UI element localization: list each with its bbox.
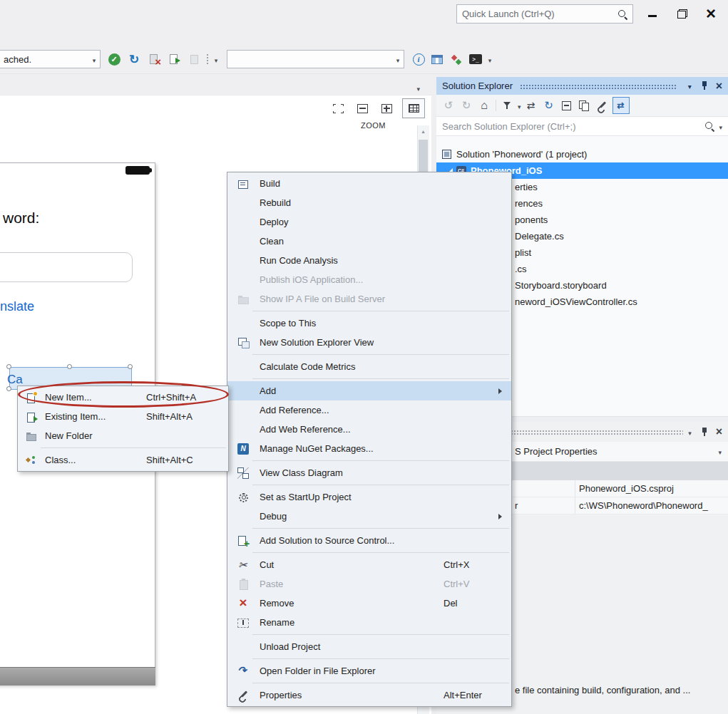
toolbar-overflow-button[interactable] bbox=[485, 51, 495, 68]
menu-separator bbox=[252, 552, 509, 553]
toolbar-overflow-button[interactable] bbox=[211, 51, 221, 68]
tree-item-label: plist bbox=[515, 247, 531, 258]
submenu-item-new-item[interactable]: New Item...Ctrl+Shift+A bbox=[18, 388, 228, 407]
pin-icon[interactable] bbox=[701, 427, 708, 438]
selection-handle[interactable] bbox=[128, 364, 133, 369]
collapse-all-icon[interactable] bbox=[562, 101, 571, 110]
menu-separator bbox=[252, 634, 509, 635]
menu-item-cut[interactable]: CutCtrl+X bbox=[227, 555, 511, 574]
sync-icon[interactable] bbox=[523, 98, 539, 113]
menu-item-add[interactable]: Add bbox=[227, 381, 511, 400]
close-icon[interactable] bbox=[716, 425, 722, 438]
pin-icon[interactable] bbox=[701, 81, 708, 91]
minimize-icon bbox=[648, 15, 657, 17]
phone-number-textfield[interactable] bbox=[0, 252, 133, 282]
menu-item-view-class-diagram[interactable]: View Class Diagram bbox=[227, 463, 511, 482]
existing-item-icon bbox=[26, 411, 37, 423]
console-button[interactable] bbox=[467, 51, 484, 68]
class-diagram-icon bbox=[237, 467, 249, 479]
scrollbar-up-icon[interactable] bbox=[417, 125, 429, 138]
menu-item-add-web-reference[interactable]: Add Web Reference... bbox=[227, 420, 511, 439]
run-check-button[interactable] bbox=[106, 51, 123, 68]
tree-item-label: ponents bbox=[515, 214, 548, 225]
menu-item-rename[interactable]: Rename bbox=[227, 613, 511, 632]
selection-handle[interactable] bbox=[6, 386, 11, 391]
menu-item-set-as-startup-project[interactable]: Set as StartUp Project bbox=[227, 487, 511, 507]
quick-launch-box[interactable]: Quick Launch (Ctrl+Q) bbox=[456, 4, 633, 24]
filter-icon[interactable] bbox=[503, 100, 513, 110]
chevron-down-icon[interactable] bbox=[719, 121, 722, 132]
menu-item-unload-project[interactable]: Unload Project bbox=[227, 637, 511, 656]
table-tool-button[interactable] bbox=[429, 51, 446, 68]
tree-item-label: erties bbox=[515, 182, 538, 192]
paste-icon bbox=[237, 579, 249, 590]
new-folder-icon bbox=[26, 430, 37, 442]
menu-item-rebuild[interactable]: Rebuild bbox=[227, 193, 511, 212]
configuration-combobox[interactable]: ached. bbox=[0, 50, 101, 68]
menu-item-open-folder-in-file-explorer[interactable]: Open Folder in File Explorer bbox=[227, 661, 511, 681]
submenu-item-existing-item[interactable]: Existing Item...Shift+Alt+A bbox=[18, 407, 228, 426]
info-button[interactable] bbox=[410, 51, 427, 68]
chevron-down-icon[interactable] bbox=[518, 100, 521, 111]
menu-item-calculate-code-metrics[interactable]: Calculate Code Metrics bbox=[227, 357, 511, 376]
menu-item-manage-nuget-packages[interactable]: Manage NuGet Packages... bbox=[227, 439, 511, 458]
solution-explorer-search[interactable]: Search Solution Explorer (Ctrl+;) bbox=[436, 117, 728, 136]
toolbar-grip bbox=[204, 51, 211, 68]
menu-item-properties[interactable]: PropertiesAlt+Enter bbox=[227, 685, 511, 705]
translate-button[interactable]: nslate bbox=[0, 299, 34, 314]
visual-studio-window: Quick Launch (Ctrl+Q) ached. ZOOM bbox=[0, 0, 728, 714]
cancel-button[interactable] bbox=[145, 51, 163, 68]
menu-item-scope-to-this[interactable]: Scope to This bbox=[227, 314, 511, 333]
menu-item-clean[interactable]: Clean bbox=[227, 232, 511, 251]
import-button[interactable] bbox=[165, 51, 183, 68]
refresh-icon[interactable] bbox=[541, 98, 557, 113]
close-button[interactable] bbox=[699, 4, 723, 23]
grid-icon bbox=[409, 104, 419, 113]
solution-explorer-titlebar: Solution Explorer bbox=[436, 77, 728, 95]
tree-item-solution[interactable]: Solution 'Phoneword' (1 project) bbox=[436, 146, 728, 162]
extensions-button[interactable] bbox=[448, 51, 465, 68]
show-all-files-icon[interactable] bbox=[579, 100, 590, 110]
toolbar-combobox[interactable] bbox=[227, 50, 404, 68]
menu-item-debug[interactable]: Debug bbox=[227, 507, 511, 526]
grid-toggle-button[interactable] bbox=[402, 98, 425, 118]
sync-with-active-document-button[interactable] bbox=[612, 97, 630, 114]
menu-item-remove[interactable]: RemoveDel bbox=[227, 594, 511, 613]
back-button[interactable] bbox=[441, 98, 456, 113]
zoom-fit-button[interactable] bbox=[328, 99, 348, 118]
cut-icon bbox=[237, 559, 249, 571]
menu-item-new-solution-explorer-view[interactable]: New Solution Explorer View bbox=[227, 333, 511, 352]
menu-shortcut: Ctrl+V bbox=[444, 579, 469, 589]
configuration-combobox-value: ached. bbox=[0, 54, 88, 65]
minimize-button[interactable] bbox=[640, 4, 665, 23]
menu-item-run-code-analysis[interactable]: Run Code Analysis bbox=[227, 251, 511, 270]
selection-handle[interactable] bbox=[6, 364, 11, 369]
chevron-down-icon bbox=[215, 54, 218, 65]
window-position-icon[interactable] bbox=[688, 427, 692, 438]
property-value: c:\WS\Phoneword\Phoneword_ bbox=[575, 497, 728, 514]
properties-wrench-icon[interactable] bbox=[597, 100, 607, 111]
zoom-in-button[interactable] bbox=[376, 99, 396, 118]
close-icon[interactable] bbox=[716, 80, 722, 93]
refresh-button[interactable] bbox=[125, 51, 143, 68]
menu-shortcut: Ctrl+Shift+A bbox=[146, 392, 196, 403]
menu-separator bbox=[252, 378, 509, 379]
chevron-down-icon[interactable] bbox=[416, 83, 420, 93]
menu-item-build[interactable]: Build bbox=[227, 174, 511, 193]
extensions-icon bbox=[451, 53, 462, 65]
zoom-out-button[interactable] bbox=[352, 99, 372, 118]
forward-button[interactable] bbox=[458, 98, 474, 113]
window-position-icon[interactable] bbox=[688, 81, 692, 91]
submenu-item-new-folder[interactable]: New Folder bbox=[18, 426, 228, 445]
menu-item-add-reference[interactable]: Add Reference... bbox=[227, 400, 511, 420]
restore-button[interactable] bbox=[670, 4, 694, 23]
rename-icon bbox=[237, 617, 249, 628]
menu-item-deploy[interactable]: Deploy bbox=[227, 212, 511, 232]
document-icon bbox=[190, 55, 198, 64]
menu-shortcut: Shift+Alt+A bbox=[146, 411, 193, 422]
submenu-item-class[interactable]: Class...Shift+Alt+C bbox=[18, 450, 228, 470]
home-icon[interactable] bbox=[476, 98, 492, 113]
menu-item-add-solution-to-source-control[interactable]: Add Solution to Source Control... bbox=[227, 531, 511, 550]
designer-header-strip bbox=[0, 77, 431, 95]
selection-handle[interactable] bbox=[67, 364, 72, 369]
